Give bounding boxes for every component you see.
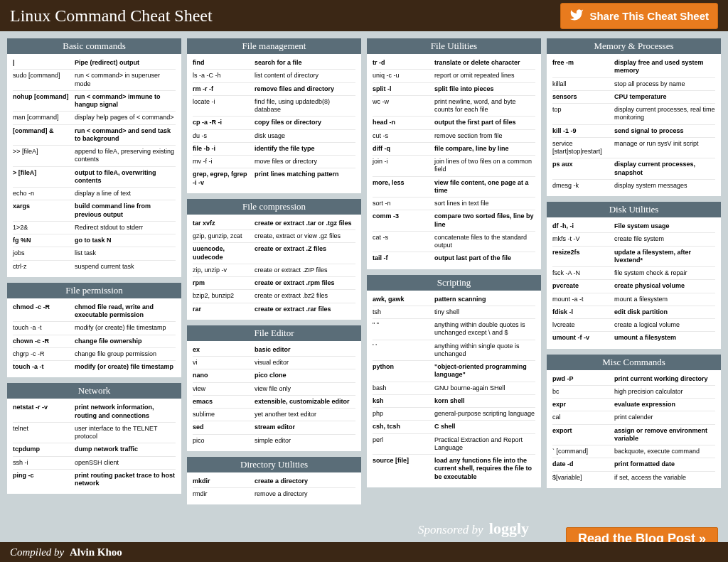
- command-row: sensorsCPU temperature: [552, 91, 715, 104]
- command-row: rpmcreate or extract .rpm files: [193, 277, 355, 290]
- card-body: exbasic editorvivisual editornanopico cl…: [187, 341, 361, 451]
- command-name: fsck -A -N: [552, 269, 614, 277]
- command-name: chmod -c -R: [13, 303, 75, 320]
- command-name: ' ': [373, 342, 434, 359]
- column: File managementfindsearch for a filels -…: [187, 38, 361, 539]
- command-desc: edit disk partition: [614, 308, 715, 316]
- command-row: >> [fileA]append to fileA, preserving ex…: [13, 146, 176, 167]
- command-row: umount -f -vumount a filesystem: [552, 332, 715, 344]
- command-row: service [start|stop|restart]manage or ru…: [552, 138, 715, 159]
- command-name: rpm: [193, 279, 255, 287]
- command-row: echo -ndisplay a line of text: [13, 188, 176, 200]
- card-header: Network: [7, 383, 181, 399]
- command-row: head -noutput the first part of files: [373, 117, 535, 129]
- command-row: topdisplay current processes, real time …: [552, 104, 715, 125]
- card: File Utilitiestr -dtranslate or delete c…: [367, 38, 541, 269]
- command-desc: copy files or directory: [255, 119, 355, 126]
- command-desc: list content of directory: [255, 72, 355, 80]
- command-desc: display a line of text: [75, 190, 176, 198]
- command-desc: remove a directory: [255, 490, 355, 498]
- command-desc: print network information, routing and c…: [75, 404, 176, 420]
- card-body: |Pipe (redirect) outputsudo [command]run…: [7, 54, 181, 277]
- command-name: kill -1 -9: [552, 127, 614, 135]
- command-row: tr -dtranslate or delete character: [373, 57, 535, 70]
- command-name: jobs: [13, 249, 75, 257]
- command-desc: split file into pieces: [434, 85, 535, 93]
- page-title: Linux Command Cheat Sheet: [10, 6, 213, 26]
- command-desc: compare two sorted files, line by line: [434, 212, 535, 229]
- command-name: file -b -i: [193, 145, 255, 153]
- command-desc: if set, access the variable: [614, 474, 715, 482]
- command-row: exbasic editor: [193, 344, 355, 357]
- command-name: pvcreate: [552, 282, 614, 290]
- command-name: pwd -P: [552, 375, 614, 383]
- command-name: ex: [193, 346, 255, 354]
- command-desc: create a logical volume: [614, 321, 715, 329]
- card: Scriptingawk, gawkpattern scanningtshtin…: [367, 275, 541, 487]
- command-desc: report or omit repeated lines: [434, 72, 535, 80]
- command-row: bchigh precision calculator: [552, 386, 715, 399]
- command-row: ' 'anything within single quote is uncha…: [373, 340, 535, 362]
- command-row: tshtiny shell: [373, 306, 535, 319]
- command-desc: CPU temperature: [614, 93, 715, 101]
- command-name: nohup [command]: [13, 93, 75, 109]
- command-name: emacs: [193, 398, 255, 406]
- share-button[interactable]: Share This Cheat Sheet: [560, 3, 718, 29]
- command-row: rarcreate or extract .rar files: [193, 303, 355, 315]
- share-label: Share This Cheat Sheet: [589, 10, 709, 22]
- command-name: tr -d: [373, 59, 434, 67]
- command-name: bc: [552, 388, 614, 396]
- card: File compressiontar xvfzcreate or extrac…: [187, 199, 361, 320]
- command-name: lvcreate: [552, 321, 614, 329]
- command-name: sudo [command]: [13, 72, 75, 88]
- command-row: exportassign or remove environment varia…: [552, 425, 715, 446]
- command-desc: File system usage: [614, 222, 715, 230]
- command-desc: print calender: [614, 414, 715, 421]
- card-header: File Editor: [187, 325, 361, 341]
- command-desc: umount a filesystem: [614, 334, 715, 342]
- command-name: perl: [373, 436, 434, 453]
- command-desc: send signal to process: [614, 127, 715, 135]
- command-desc: GNU bourne-again SHell: [434, 384, 535, 392]
- command-desc: remove files and directory: [255, 85, 355, 93]
- command-row: df -h, -iFile system usage: [552, 220, 715, 233]
- command-row: ` [command]backquote, execute command: [552, 445, 715, 458]
- command-desc: create or extract .Z files: [255, 245, 355, 261]
- command-desc: update a filesystem, after lvextend*: [614, 249, 715, 265]
- command-name: bzip2, bunzip2: [193, 292, 255, 300]
- command-name: tail -f: [373, 254, 434, 262]
- command-desc: display free and used system memory: [614, 59, 715, 75]
- command-name: cut -s: [373, 132, 434, 140]
- command-row: grep, egrep, fgrep -i -vprint lines matc…: [193, 168, 355, 189]
- command-name: chown -c -R: [13, 337, 75, 345]
- command-name: rar: [193, 306, 255, 313]
- command-desc: disk usage: [255, 132, 355, 140]
- command-name: [command] &: [13, 127, 75, 144]
- command-name: chgrp -c -R: [13, 350, 75, 358]
- command-row: cat -sconcatenate files to the standard …: [373, 232, 535, 253]
- command-desc: modify (or create) file timestamp: [75, 363, 176, 371]
- command-desc: pico clone: [255, 372, 355, 379]
- command-row: gzip, gunzip, zcatcreate, extract or vie…: [193, 230, 355, 243]
- command-desc: openSSH client: [75, 459, 176, 467]
- command-desc: identify the file type: [255, 145, 355, 153]
- command-row: date -dprint formatted date: [552, 458, 715, 471]
- card-header: Directory Utilities: [187, 457, 361, 472]
- command-row: zip, unzip -vcreate or extract .ZIP file…: [193, 264, 355, 277]
- command-row: nanopico clone: [193, 369, 355, 382]
- command-row: locate -ifind file, using updatedb(8) da…: [193, 96, 355, 117]
- command-desc: "object-oriented programming language": [434, 363, 535, 379]
- command-name: netstat -r -v: [13, 404, 75, 420]
- command-desc: yet another text editor: [255, 411, 355, 418]
- card: File Editorexbasic editorvivisual editor…: [187, 325, 361, 451]
- command-row: ctrl-zsuspend current task: [13, 261, 176, 273]
- command-name: php: [373, 410, 434, 418]
- card-header: Memory & Processes: [547, 38, 721, 54]
- command-row: calprint calender: [552, 411, 715, 424]
- command-name: >> [fileA]: [13, 148, 75, 164]
- command-desc: anything within double quotes is unchang…: [434, 321, 535, 337]
- card-body: netstat -r -vprint network information, …: [7, 399, 181, 494]
- command-name: split -l: [373, 85, 434, 93]
- command-desc: file system check & repair: [614, 269, 715, 277]
- command-desc: extensible, customizable editor: [255, 398, 355, 406]
